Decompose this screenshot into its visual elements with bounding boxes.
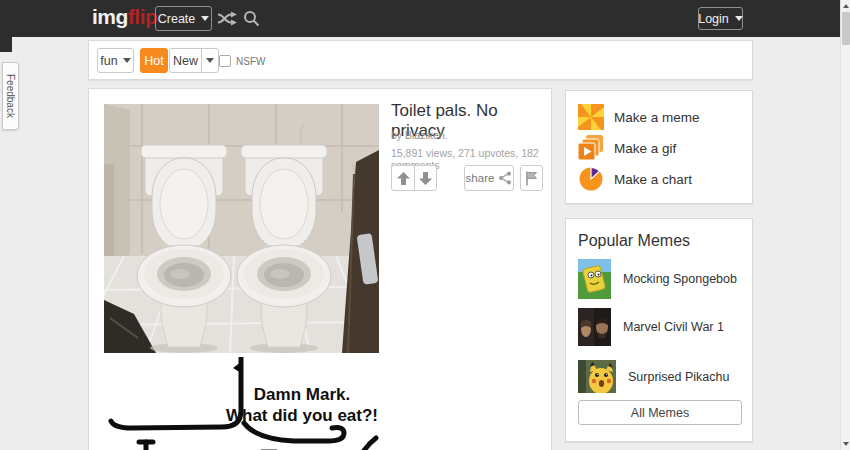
popular-meme-mocking-spongebob[interactable]: Mocking Spongebob [578,259,742,299]
nsfw-label: NSFW [236,56,265,67]
popular-meme-label: Surprised Pikachu [628,370,729,384]
share-button[interactable]: share [464,165,514,191]
filter-bar: fun Hot New NSFW [88,40,753,80]
share-nodes-icon [498,171,512,185]
all-memes-button[interactable]: All Memes [578,400,742,425]
imgflip-logo[interactable]: imgflip [92,5,157,29]
stream-select-button[interactable]: fun [97,48,134,73]
meme-post-card: Damn Mark. What did you eat?! Toilet pal… [88,88,552,450]
surprised-pikachu-thumb [578,360,616,393]
marvel-civil-war-thumb [578,308,611,346]
page-scrollbar[interactable] [840,0,850,450]
chevron-down-icon [201,16,209,21]
flag-button[interactable] [520,165,543,191]
sort-new-label: New [173,54,198,68]
post-byline: by Blaziken. [391,129,448,141]
top-navbar: imgflip Create Login [0,0,840,37]
feedback-label: Feedback [5,74,16,118]
popular-meme-surprised-pikachu[interactable]: Surprised Pikachu [578,360,742,393]
downvote-button[interactable] [414,166,436,190]
feedback-tab[interactable]: Feedback [2,62,19,130]
all-memes-label: All Memes [631,406,689,420]
scroll-up-arrow-icon[interactable] [843,4,849,8]
nsfw-checkbox[interactable] [219,55,231,67]
search-icon[interactable] [243,0,260,37]
toilets-photo [104,104,379,353]
login-button-label: Login [698,12,729,26]
make-a-gif-link[interactable]: Make a gif [578,135,742,161]
make-a-chart-label: Make a chart [614,172,692,187]
popular-meme-label: Marvel Civil War 1 [623,320,724,334]
imgflip-page: imgflip Create Login Feedback [0,0,850,450]
byline-prefix: by [391,129,402,141]
navbar-left-notch [0,37,12,52]
mocking-spongebob-thumb [578,259,611,299]
meme-caption-line1: Damn Mark. [254,385,350,404]
logo-text-img: img [92,5,128,28]
popular-meme-marvel-civil-war[interactable]: Marvel Civil War 1 [578,308,742,346]
creation-tools-card: Make a meme Make a gif Make a chart [565,90,753,204]
meme-drawing: Damn Mark. What did you eat?! [104,357,379,450]
shuffle-icon[interactable] [217,0,238,37]
sort-hot-label: Hot [144,54,163,68]
create-button[interactable]: Create [155,6,212,31]
sort-new-group: New [169,48,219,73]
make-a-meme-label: Make a meme [614,110,700,125]
gif-frames-icon [578,135,604,161]
post-author-link[interactable]: Blaziken. [405,129,448,141]
make-a-chart-link[interactable]: Make a chart [578,166,742,192]
popular-memes-title: Popular Memes [578,232,690,250]
upvote-button[interactable] [392,166,414,190]
make-a-gif-label: Make a gif [614,141,676,156]
create-button-label: Create [158,12,196,26]
stream-select-label: fun [100,54,117,68]
share-button-label: share [466,172,495,184]
up-arrow-icon [397,172,410,185]
pinwheel-meme-icon [578,104,604,130]
chevron-down-icon [123,58,131,63]
meme-image[interactable]: Damn Mark. What did you eat?! [104,104,379,450]
vote-button-group [391,165,437,191]
chevron-down-icon [735,16,743,21]
down-arrow-icon [419,172,432,185]
popular-meme-label: Mocking Spongebob [623,272,737,286]
flag-icon [525,171,538,186]
sort-new-button[interactable]: New [170,49,202,72]
make-a-meme-link[interactable]: Make a meme [578,104,742,130]
scrollbar-thumb[interactable] [842,12,850,45]
chevron-down-icon [206,58,214,63]
login-button[interactable]: Login [698,7,743,30]
meme-caption-line2: What did you eat?! [226,406,378,425]
logo-text-flip: flip [128,5,158,28]
sort-hot-button[interactable]: Hot [140,48,168,73]
pie-chart-icon [578,166,604,192]
popular-memes-card: Popular Memes Mocking Spongebob [565,218,753,442]
scroll-down-arrow-icon[interactable] [843,442,849,446]
sort-options-button[interactable] [202,49,218,72]
